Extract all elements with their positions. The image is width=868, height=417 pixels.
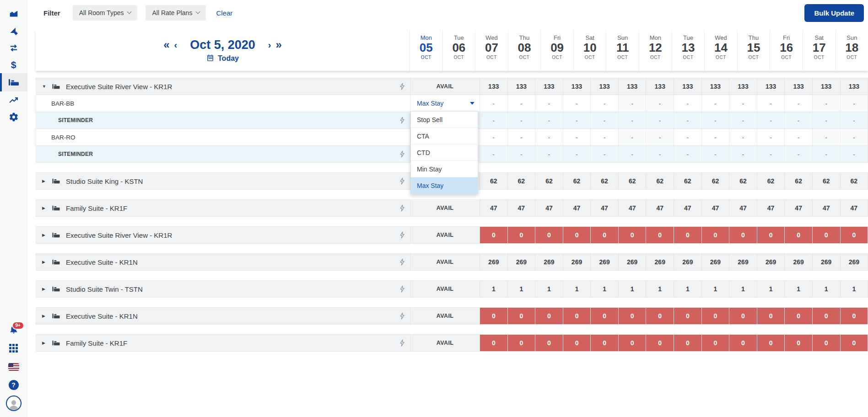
- day-cell[interactable]: 1: [757, 281, 785, 297]
- day-cell[interactable]: 47: [535, 200, 563, 216]
- day-cell[interactable]: -: [729, 112, 757, 128]
- day-header-sun-11[interactable]: Sun11OCT: [606, 30, 639, 71]
- day-cell[interactable]: 1: [701, 281, 729, 297]
- day-cell[interactable]: 0: [784, 227, 812, 243]
- rate-plans-filter[interactable]: All Rate Plans: [146, 5, 206, 21]
- day-cell[interactable]: 133: [812, 78, 840, 95]
- day-cell[interactable]: -: [646, 146, 674, 162]
- prev-week-button[interactable]: «: [162, 39, 171, 50]
- day-cell[interactable]: 62: [590, 173, 618, 189]
- day-cell[interactable]: 0: [480, 335, 507, 351]
- day-cell[interactable]: 0: [674, 227, 701, 243]
- day-cell[interactable]: 1: [563, 281, 591, 297]
- day-cell[interactable]: -: [840, 112, 868, 128]
- day-cell[interactable]: 0: [507, 335, 535, 351]
- day-cell[interactable]: 47: [812, 200, 840, 216]
- day-cell[interactable]: 0: [701, 227, 729, 243]
- day-header-wed-07[interactable]: Wed07OCT: [475, 30, 508, 71]
- day-cell[interactable]: 0: [535, 227, 563, 243]
- day-cell[interactable]: 0: [784, 308, 812, 324]
- day-cell[interactable]: 1: [784, 281, 812, 297]
- day-cell[interactable]: 62: [812, 173, 840, 189]
- day-cell[interactable]: -: [840, 129, 868, 145]
- day-cell[interactable]: 133: [840, 78, 868, 95]
- day-cell[interactable]: -: [646, 112, 674, 128]
- today-button[interactable]: Today: [206, 54, 239, 64]
- sidebar-item-settings[interactable]: [0, 108, 27, 125]
- day-cell[interactable]: 269: [674, 254, 701, 270]
- day-cell[interactable]: 133: [646, 78, 674, 95]
- day-cell[interactable]: 269: [563, 254, 591, 270]
- flash-icon[interactable]: [399, 339, 405, 347]
- day-cell[interactable]: -: [840, 146, 868, 162]
- flash-icon[interactable]: [399, 312, 405, 320]
- day-cell[interactable]: 269: [507, 254, 535, 270]
- day-cell[interactable]: 133: [674, 78, 701, 95]
- day-cell[interactable]: 47: [618, 200, 646, 216]
- day-header-thu-08[interactable]: Thu08OCT: [508, 30, 541, 71]
- day-cell[interactable]: 0: [535, 308, 563, 324]
- day-cell[interactable]: 133: [590, 78, 618, 95]
- day-cell[interactable]: 0: [646, 335, 674, 351]
- room-row[interactable]: ▶Studio Suite Twin - TSTNAVAIL1111111111…: [36, 281, 868, 297]
- day-cell[interactable]: -: [507, 112, 535, 128]
- expand-icon[interactable]: ▶: [42, 206, 49, 210]
- day-cell[interactable]: 0: [701, 335, 729, 351]
- day-cell[interactable]: 133: [563, 78, 591, 95]
- day-cell[interactable]: -: [784, 129, 812, 145]
- day-cell[interactable]: -: [757, 146, 785, 162]
- day-cell[interactable]: 0: [674, 335, 701, 351]
- day-cell[interactable]: -: [757, 112, 785, 128]
- day-cell[interactable]: 0: [563, 308, 591, 324]
- day-cell[interactable]: 1: [812, 281, 840, 297]
- day-cell[interactable]: -: [701, 146, 729, 162]
- flash-icon[interactable]: [399, 231, 405, 239]
- day-cell[interactable]: -: [480, 112, 507, 128]
- day-cell[interactable]: -: [757, 129, 785, 145]
- day-cell[interactable]: 269: [646, 254, 674, 270]
- day-cell[interactable]: 62: [674, 173, 701, 189]
- day-cell[interactable]: 0: [590, 335, 618, 351]
- next-week-button[interactable]: »: [274, 39, 283, 50]
- day-cell[interactable]: 0: [757, 227, 785, 243]
- sidebar-item-analytics[interactable]: [0, 91, 27, 108]
- day-cell[interactable]: 0: [618, 308, 646, 324]
- flash-icon[interactable]: [399, 83, 405, 90]
- day-cell[interactable]: 0: [812, 335, 840, 351]
- day-cell[interactable]: -: [674, 112, 701, 128]
- day-cell[interactable]: -: [563, 95, 591, 112]
- expand-icon[interactable]: ▶: [42, 260, 49, 264]
- apps-button[interactable]: [0, 339, 27, 358]
- day-cell[interactable]: -: [784, 95, 812, 112]
- day-header-thu-15[interactable]: Thu15OCT: [737, 30, 770, 71]
- day-header-sat-10[interactable]: Sat10OCT: [573, 30, 606, 71]
- day-cell[interactable]: 0: [646, 308, 674, 324]
- day-cell[interactable]: -: [646, 95, 674, 112]
- day-cell[interactable]: 0: [840, 335, 868, 351]
- day-cell[interactable]: -: [507, 129, 535, 145]
- day-cell[interactable]: -: [590, 129, 618, 145]
- expand-icon[interactable]: ▶: [42, 287, 49, 291]
- flash-icon[interactable]: [399, 258, 405, 266]
- day-cell[interactable]: 269: [784, 254, 812, 270]
- menu-item-stop-sell[interactable]: Stop Sell: [411, 112, 478, 128]
- day-cell[interactable]: -: [674, 95, 701, 112]
- day-cell[interactable]: 269: [590, 254, 618, 270]
- day-cell[interactable]: -: [840, 95, 868, 112]
- day-header-mon-05[interactable]: Mon05OCT: [410, 30, 442, 71]
- current-date-title[interactable]: Oct 5, 2020: [190, 38, 255, 52]
- day-cell[interactable]: 0: [840, 308, 868, 324]
- day-cell[interactable]: 133: [784, 78, 812, 95]
- day-cell[interactable]: 0: [784, 335, 812, 351]
- day-cell[interactable]: 47: [729, 200, 757, 216]
- day-cell[interactable]: -: [729, 95, 757, 112]
- day-cell[interactable]: -: [507, 95, 535, 112]
- room-row[interactable]: ▼Executive Suite River View - KR1RAVAIL1…: [36, 78, 868, 95]
- prev-day-button[interactable]: ‹: [172, 40, 180, 49]
- bulk-update-button[interactable]: Bulk Update: [804, 4, 864, 22]
- sidebar-item-rate-settings[interactable]: [0, 22, 27, 39]
- day-cell[interactable]: 47: [784, 200, 812, 216]
- day-cell[interactable]: 1: [507, 281, 535, 297]
- expand-icon[interactable]: ▶: [42, 233, 49, 237]
- day-cell[interactable]: -: [784, 146, 812, 162]
